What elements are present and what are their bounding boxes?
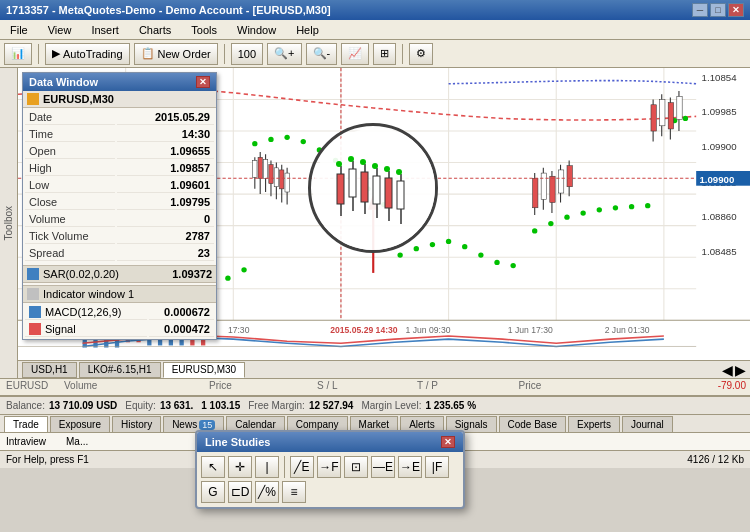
svg-rect-71 — [274, 168, 278, 187]
tick-volume-value: 2787 — [117, 229, 214, 244]
data-window-close-btn[interactable]: ✕ — [196, 76, 210, 88]
hline-btn[interactable]: —E — [371, 456, 395, 478]
new-order-btn[interactable]: 📋 New Order — [134, 43, 218, 65]
spread-label: Spread — [25, 246, 115, 261]
menu-charts[interactable]: Charts — [133, 22, 177, 38]
toolbar-sep2 — [224, 44, 225, 64]
line-studies-close-btn[interactable]: ✕ — [441, 436, 455, 448]
chart-tab-0[interactable]: USD,H1 — [22, 362, 77, 378]
zoom-out-btn[interactable]: 🔍- — [306, 43, 338, 65]
svg-rect-138 — [397, 181, 404, 209]
cursor-btn[interactable]: ↖ — [201, 456, 225, 478]
svg-rect-136 — [385, 178, 392, 208]
zoom-in-btn[interactable]: 🔍+ — [267, 43, 301, 65]
sar-row: SAR(0.02,0.20) 1.09372 — [23, 265, 216, 283]
svg-point-46 — [564, 215, 569, 220]
svg-rect-85 — [567, 166, 572, 187]
equity-value: 13 631. — [160, 400, 193, 411]
scroll-left-btn[interactable]: ◀ — [722, 362, 733, 378]
maximize-btn[interactable]: □ — [710, 3, 726, 17]
autotrading-btn[interactable]: ▶ AutoTrading — [45, 43, 130, 65]
svg-point-42 — [494, 260, 499, 265]
indicators-btn[interactable]: 📈 — [341, 43, 369, 65]
margin-level-value: 1 235.65 % — [425, 400, 476, 411]
open-value: 1.09655 — [117, 144, 214, 159]
template-btn[interactable]: ⊞ — [373, 43, 396, 65]
autotrading-label: AutoTrading — [63, 48, 123, 60]
tab-history[interactable]: History — [112, 416, 161, 432]
main-area: Toolbox — [0, 68, 750, 378]
tp-col-header: T / P — [413, 379, 514, 392]
signal-value: 0.000472 — [149, 322, 214, 337]
more-btn[interactable]: ≡ — [282, 481, 306, 503]
svg-rect-69 — [269, 165, 273, 184]
menu-insert[interactable]: Insert — [85, 22, 125, 38]
margin-level-item: Margin Level: 1 235.65 % — [361, 400, 476, 411]
svg-point-144 — [396, 169, 402, 175]
svg-text:1 Jun 09:30: 1 Jun 09:30 — [406, 325, 451, 335]
date-value: 2015.05.29 — [117, 110, 214, 125]
time-value: 14:30 — [117, 127, 214, 142]
hray-btn[interactable]: →E — [398, 456, 422, 478]
svg-text:1 Jun 17:30: 1 Jun 17:30 — [508, 325, 553, 335]
table-row: Volume 0 — [25, 212, 214, 227]
balance-label: Balance: — [6, 400, 45, 411]
indicator-window-name: Indicator window 1 — [43, 288, 134, 300]
toolbar: 📊 ▶ AutoTrading 📋 New Order 100 🔍+ 🔍- 📈 … — [0, 40, 750, 68]
svg-point-41 — [478, 252, 483, 257]
chart-area[interactable]: 29 May 1:00 17:30 2015.05.29 14:30 1 Jun… — [18, 68, 750, 378]
menu-tools[interactable]: Tools — [185, 22, 223, 38]
line-btn[interactable]: | — [255, 456, 279, 478]
svg-rect-83 — [558, 170, 563, 193]
chart-tab-2[interactable]: EURUSD,M30 — [163, 362, 245, 378]
low-value: 1.09601 — [117, 178, 214, 193]
chart-tab-1[interactable]: LKO#-6.15,H1 — [79, 362, 161, 378]
tab-journal[interactable]: Journal — [622, 416, 673, 432]
vline-btn[interactable]: |F — [425, 456, 449, 478]
help-text: For Help, press F1 — [6, 454, 89, 465]
scroll-right-btn[interactable]: ▶ — [735, 362, 746, 378]
menu-window[interactable]: Window — [231, 22, 282, 38]
sar-name: SAR(0.02,0.20) — [43, 268, 119, 280]
crosshair-btn[interactable]: ✛ — [228, 456, 252, 478]
svg-point-44 — [532, 228, 537, 233]
period-btn[interactable]: 100 — [231, 43, 263, 65]
table-row: High 1.09857 — [25, 161, 214, 176]
chart-props-btn[interactable]: ⚙ — [409, 43, 433, 65]
menu-file[interactable]: File — [4, 22, 34, 38]
svg-point-25 — [225, 276, 230, 281]
tab-codebase[interactable]: Code Base — [499, 416, 566, 432]
table-row: MACD(12,26,9) 0.000672 — [25, 305, 214, 320]
date-label: Date — [25, 110, 115, 125]
line-studies-popup: Line Studies ✕ ↖ ✛ | ╱E →F ⊡ —E →E |F G … — [195, 430, 465, 509]
margin-value: 1 103.15 — [201, 400, 240, 411]
title-controls[interactable]: ─ □ ✕ — [692, 3, 744, 17]
channel-btn[interactable]: G — [201, 481, 225, 503]
infline-btn[interactable]: ⊡ — [344, 456, 368, 478]
svg-point-48 — [597, 207, 602, 212]
menu-help[interactable]: Help — [290, 22, 325, 38]
menu-view[interactable]: View — [42, 22, 78, 38]
trade-bar: EURUSD Volume Price S / L T / P Price -7… — [0, 378, 750, 396]
macd-value: 0.000672 — [149, 305, 214, 320]
svg-rect-89 — [660, 100, 665, 126]
minimize-btn[interactable]: ─ — [692, 3, 708, 17]
fan-btn[interactable]: ╱% — [255, 481, 279, 503]
chart-icon: 📊 — [11, 47, 25, 60]
spread-value: 23 — [117, 246, 214, 261]
equity-item: Equity: 13 631. — [125, 400, 193, 411]
tab-exposure[interactable]: Exposure — [50, 416, 110, 432]
ray-btn[interactable]: →F — [317, 456, 341, 478]
equity-label: Equity: — [125, 400, 156, 411]
trendline-btn[interactable]: ╱E — [290, 456, 314, 478]
new-chart-btn[interactable]: 📊 — [4, 43, 32, 65]
svg-point-50 — [629, 204, 634, 209]
close-btn[interactable]: ✕ — [728, 3, 744, 17]
order-icon: 📋 — [141, 47, 155, 60]
tab-experts[interactable]: Experts — [568, 416, 620, 432]
retracement-btn[interactable]: ⊏D — [228, 481, 252, 503]
macd-label: MACD(12,26,9) — [45, 306, 121, 318]
volume-label: Volume — [25, 212, 115, 227]
tab-trade[interactable]: Trade — [4, 416, 48, 432]
svg-point-51 — [645, 203, 650, 208]
